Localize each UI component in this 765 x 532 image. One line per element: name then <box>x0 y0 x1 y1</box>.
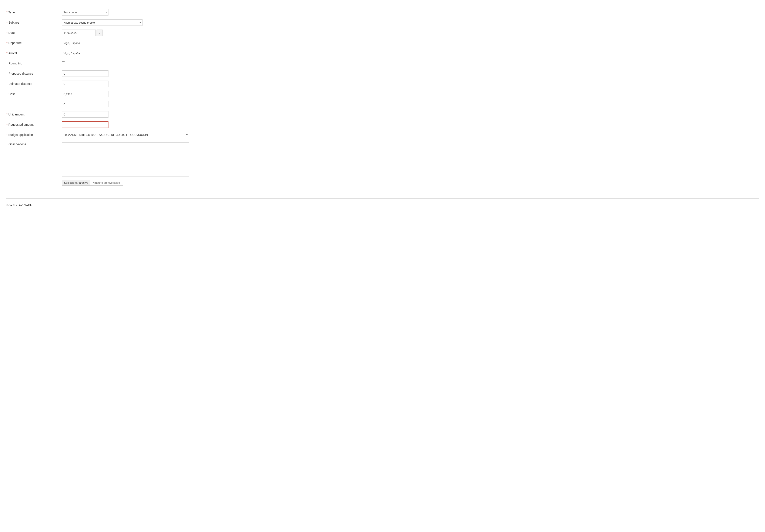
proposed-distance-label: Proposed distance <box>6 72 62 75</box>
departure-input[interactable] <box>62 40 172 46</box>
save-button[interactable]: SAVE <box>6 203 15 207</box>
date-label: * Date <box>6 31 62 34</box>
date-picker-button[interactable]: … <box>97 30 103 36</box>
date-required-star: * <box>6 31 7 34</box>
subtype-row: * Subtype Kilometraxe coche propio <box>6 19 198 26</box>
type-select-wrapper: Transporte <box>62 9 109 16</box>
unit-amount-required-star: * <box>6 113 7 116</box>
cost-field <box>62 91 198 97</box>
unit-amount-row: * Unit amount <box>6 111 198 118</box>
budget-required-star: * <box>6 133 7 137</box>
observations-label: Observations <box>6 143 62 146</box>
subtype-select-wrapper: Kilometraxe coche propio <box>62 19 143 26</box>
subtype-label: * Subtype <box>6 21 62 24</box>
requested-amount-input[interactable] <box>62 121 109 128</box>
cost-label: Cost <box>6 92 62 96</box>
proposed-distance-row: Proposed distance <box>6 70 198 77</box>
budget-application-label: * Budget application <box>6 133 62 137</box>
ultimatet-distance-label: Ultimatet distance <box>6 82 62 86</box>
zero-field <box>62 101 198 107</box>
departure-field <box>62 40 198 46</box>
arrival-field <box>62 50 198 56</box>
subtype-required-star: * <box>6 21 7 24</box>
footer-actions: SAVE / CANCEL <box>6 202 759 207</box>
departure-label: * Departure <box>6 41 62 45</box>
type-label: * Type <box>6 11 62 14</box>
cancel-button[interactable]: CANCEL <box>19 203 32 207</box>
requested-amount-label: * Requested amount <box>6 123 62 126</box>
file-select-button[interactable]: Seleccionar archivo <box>62 180 90 186</box>
unit-amount-label: * Unit amount <box>6 113 62 116</box>
round-trip-checkbox[interactable] <box>62 61 65 65</box>
round-trip-field <box>62 61 198 66</box>
type-select[interactable]: Transporte <box>62 9 109 16</box>
ultimatet-distance-field <box>62 81 198 87</box>
round-trip-label: Round trip <box>6 62 62 65</box>
date-field: … <box>62 30 198 36</box>
unit-amount-input[interactable] <box>62 111 109 118</box>
ultimatet-distance-input[interactable] <box>62 81 109 87</box>
proposed-distance-field <box>62 70 198 77</box>
subtype-field: Kilometraxe coche propio <box>62 19 198 26</box>
calendar-icon: … <box>99 32 101 34</box>
expense-form: * Type Transporte * Subtype Kilometraxe … <box>6 4 198 194</box>
date-group: … <box>62 30 198 36</box>
departure-required-star: * <box>6 41 7 45</box>
round-trip-row: Round trip <box>6 60 198 67</box>
type-row: * Type Transporte <box>6 9 198 16</box>
arrival-required-star: * <box>6 51 7 55</box>
type-required-star: * <box>6 11 7 14</box>
requested-amount-required-star: * <box>6 123 7 126</box>
proposed-distance-input[interactable] <box>62 70 109 77</box>
unit-amount-field <box>62 111 198 118</box>
budget-select-wrapper: 2022 ASSE 131H 6461001 - AXUDAS DE CUSTO… <box>62 132 189 138</box>
requested-amount-row: * Requested amount <box>6 121 198 129</box>
budget-select[interactable]: 2022 ASSE 131H 6461001 - AXUDAS DE CUSTO… <box>62 132 189 138</box>
departure-row: * Departure <box>6 39 198 47</box>
observations-row: Observations <box>6 141 198 177</box>
observations-field <box>62 143 198 177</box>
zero-field-row <box>6 100 198 108</box>
cost-row: Cost <box>6 90 198 98</box>
file-upload-row: Seleccionar archivo Ninguno archivo sele… <box>62 180 198 186</box>
date-input[interactable] <box>62 30 96 36</box>
file-label: Ninguno archivo selec. <box>90 180 123 186</box>
arrival-input[interactable] <box>62 50 172 56</box>
date-row: * Date … <box>6 29 198 37</box>
subtype-select[interactable]: Kilometraxe coche propio <box>62 19 143 26</box>
requested-amount-field <box>62 121 198 128</box>
zero-input[interactable] <box>62 101 109 107</box>
action-separator: / <box>16 203 17 207</box>
type-field: Transporte <box>62 9 198 16</box>
observations-textarea[interactable] <box>62 143 189 177</box>
arrival-label: * Arrival <box>6 51 62 55</box>
budget-application-row: * Budget application 2022 ASSE 131H 6461… <box>6 131 198 139</box>
ultimatet-distance-row: Ultimatet distance <box>6 80 198 88</box>
arrival-row: * Arrival <box>6 49 198 57</box>
budget-application-field: 2022 ASSE 131H 6461001 - AXUDAS DE CUSTO… <box>62 132 198 138</box>
cost-input[interactable] <box>62 91 109 97</box>
